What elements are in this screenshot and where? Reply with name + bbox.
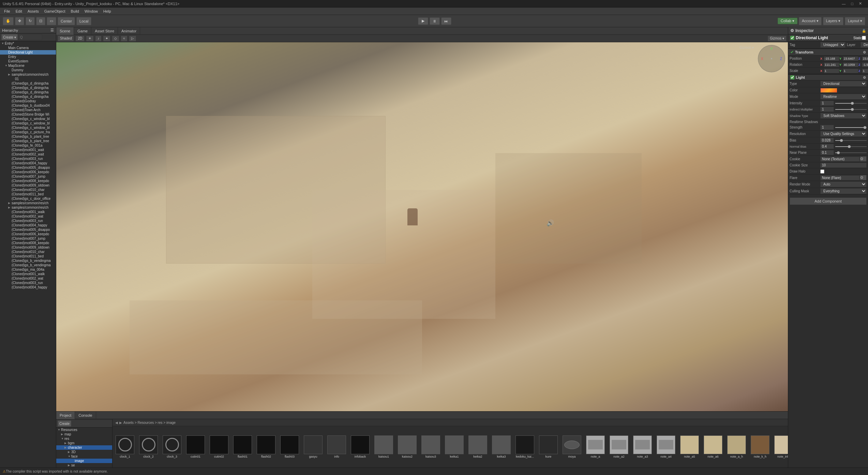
asset-item-19[interactable]: moya (561, 435, 583, 459)
hierarchy-search-input[interactable] (18, 34, 42, 40)
hierarchy-item-53[interactable]: (Cloned)mot002_wat (0, 276, 56, 281)
asset-item-13[interactable]: kaisou3 (420, 435, 442, 459)
rot-y-input[interactable] (843, 63, 858, 67)
pos-x-input[interactable] (824, 57, 839, 61)
window-close[interactable]: ✕ (857, 1, 864, 6)
menu-assets[interactable]: Assets (25, 9, 42, 14)
hierarchy-item-16[interactable]: (Cloned)Stone Bridge Wi (0, 112, 56, 117)
asset-item-14[interactable]: keika1 (443, 435, 465, 459)
flare-browse-btn[interactable]: ⊙ (860, 175, 867, 180)
hierarchy-item-23[interactable]: (Cloned)gs_fe_001a (0, 143, 56, 148)
hand-tool-btn[interactable]: ✋ (3, 17, 14, 25)
light-intensity-input[interactable] (820, 101, 834, 106)
asset-item-27[interactable]: note_k_h (749, 435, 771, 459)
hierarchy-item-15[interactable]: (Cloned)Town Arch (0, 108, 56, 112)
hierarchy-item-54[interactable]: (Cloned)mot003_run (0, 281, 56, 285)
lights-toggle[interactable]: ☀ (86, 35, 94, 42)
hierarchy-item-7[interactable]: ▶samples/common/res/ch (0, 72, 56, 77)
account-button[interactable]: Account ▾ (799, 17, 822, 25)
hierarchy-item-48[interactable]: (Cloned)mot011_bed (0, 254, 56, 258)
hierarchy-item-19[interactable]: (Cloned)gs_c_window_bl (0, 125, 56, 130)
project-tree-item-5[interactable]: ▶3D (56, 450, 112, 454)
collab-button[interactable]: Collab ▾ (778, 18, 797, 24)
rot-x-input[interactable] (824, 63, 839, 67)
hierarchy-item-14[interactable]: (Cloned)gs_b_dustbox04 (0, 103, 56, 108)
asset-store-tab[interactable]: Asset Store (91, 27, 118, 35)
move-tool-btn[interactable]: ✥ (15, 17, 24, 25)
asset-item-10[interactable]: infoback (349, 435, 371, 459)
static-checkbox[interactable] (862, 36, 866, 40)
asset-item-21[interactable]: note_a2 (608, 435, 630, 459)
scale-tool-btn[interactable]: ⊡ (36, 17, 45, 25)
asset-item-0[interactable]: clock_1 (114, 435, 136, 459)
hierarchy-item-4[interactable]: EventSystem (0, 59, 56, 63)
project-tree-item-0[interactable]: ▼Resources (56, 428, 112, 432)
hierarchy-item-10[interactable]: (Cloned)gs_d_diningcha (0, 86, 56, 90)
hierarchy-item-43[interactable]: (Cloned)mot006_keepdo (0, 232, 56, 236)
hierarchy-item-5[interactable]: ▼MapScene (0, 63, 56, 68)
transform-menu-icon[interactable]: ⚙ (863, 50, 866, 54)
asset-item-22[interactable]: note_a3 (631, 435, 654, 459)
pivot-btn[interactable]: Center (58, 17, 75, 25)
layer-dropdown[interactable]: Default (860, 42, 868, 48)
culling-mask-dropdown[interactable]: Everything (820, 188, 867, 194)
hierarchy-item-38[interactable]: (Cloned)mot001_walk (0, 210, 56, 214)
asset-item-20[interactable]: note_a (584, 435, 607, 459)
hierarchy-item-8[interactable]: 01 (0, 77, 56, 81)
hierarchy-item-22[interactable]: (Cloned)gs_b_plant_tree (0, 139, 56, 143)
resolution-dropdown[interactable]: Use Quality Settings (820, 131, 867, 137)
fog-toggle[interactable]: ≈ (121, 35, 128, 42)
light-color-swatch[interactable] (820, 88, 837, 93)
asset-item-1[interactable]: clock_2 (137, 435, 160, 459)
hierarchy-item-36[interactable]: ▶samples/common/res/ch (0, 201, 56, 205)
menu-window[interactable]: Window (82, 9, 101, 14)
2d-toggle[interactable]: 2D (75, 35, 85, 42)
hierarchy-create-btn[interactable]: Create ▾ (1, 34, 18, 40)
hierarchy-item-47[interactable]: (Cloned)mot010_char (0, 250, 56, 254)
hierarchy-item-1[interactable]: Main Camera (0, 46, 56, 50)
hierarchy-item-27[interactable]: (Cloned)mot004_happy (0, 161, 56, 165)
hierarchy-item-45[interactable]: (Cloned)mot008_keepdo (0, 241, 56, 245)
menu-file[interactable]: File (1, 9, 13, 14)
audio-toggle[interactable]: ♪ (95, 35, 102, 42)
hierarchy-item-34[interactable]: (Cloned)mot011_bed (0, 192, 56, 196)
transform-section[interactable]: ✔ Transform ⚙ (788, 48, 868, 56)
asset-item-23[interactable]: note_a4 (655, 435, 677, 459)
asset-item-4[interactable]: cutin02 (208, 435, 230, 459)
asset-item-8[interactable]: gasyu (302, 435, 324, 459)
asset-item-6[interactable]: flash02 (255, 435, 277, 459)
gizmos-dropdown[interactable]: Gizmos ▾ (767, 35, 787, 42)
hierarchy-item-35[interactable]: (Cloned)gs_c_door_office (0, 196, 56, 201)
indirect-multiplier-input[interactable] (820, 107, 834, 112)
bias-input[interactable] (820, 138, 834, 143)
project-tree-item-8[interactable]: ▶se (56, 463, 112, 467)
pause-button[interactable]: ⏸ (430, 17, 440, 25)
light-section[interactable]: Light ⚙ (788, 74, 868, 80)
asset-item-12[interactable]: kaisou2 (396, 435, 418, 459)
project-tree-item-3[interactable]: ▶bgm (56, 441, 112, 445)
skybox-toggle[interactable]: ◇ (112, 35, 119, 42)
hierarchy-item-21[interactable]: (Cloned)gs_b_plant_tree (0, 134, 56, 139)
add-component-btn[interactable]: Add Component (790, 197, 867, 205)
hierarchy-item-29[interactable]: (Cloned)mot006_keepdo (0, 170, 56, 174)
hierarchy-item-42[interactable]: (Cloned)mot005_disappo (0, 227, 56, 232)
hierarchy-item-11[interactable]: (Cloned)gs_d_diningcha (0, 90, 56, 94)
obj-active-checkbox[interactable] (790, 36, 794, 40)
light-type-dropdown[interactable]: Directional (820, 81, 867, 87)
hierarchy-item-33[interactable]: (Cloned)mot010_char (0, 188, 56, 192)
rect-tool-btn[interactable]: ▭ (47, 17, 56, 25)
hierarchy-item-28[interactable]: (Cloned)mot005_disappo (0, 165, 56, 170)
hierarchy-item-13[interactable]: (Cloned)Godray (0, 99, 56, 103)
hierarchy-item-46[interactable]: (Cloned)mot009_sitdown (0, 245, 56, 250)
asset-item-5[interactable]: flash01 (231, 435, 254, 459)
hierarchy-item-41[interactable]: (Cloned)mot004_happy (0, 223, 56, 227)
project-tree-item-2[interactable]: ▼res (56, 436, 112, 441)
hierarchy-item-32[interactable]: (Cloned)mot009_sitdown (0, 183, 56, 188)
tag-dropdown[interactable]: Untagged (820, 42, 845, 48)
play-button[interactable]: ▶ (418, 17, 428, 25)
rot-z-input[interactable] (862, 63, 868, 67)
inspector-lock[interactable]: 🔓 (862, 29, 866, 33)
console-tab[interactable]: Console (75, 412, 96, 419)
project-tab[interactable]: Project (56, 412, 75, 419)
hierarchy-item-0[interactable]: ▼Entry* (0, 41, 56, 46)
